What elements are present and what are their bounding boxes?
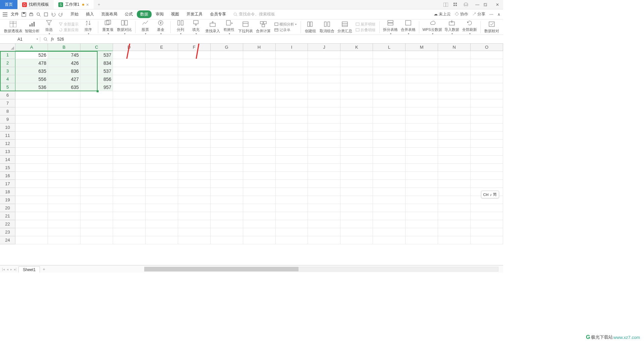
cell[interactable]: [406, 180, 438, 188]
menu-member[interactable]: 会员专享: [207, 10, 229, 18]
cell[interactable]: [308, 67, 340, 75]
cell[interactable]: [276, 220, 308, 228]
ribbon-import-data[interactable]: 导入数据: [444, 19, 460, 35]
cell[interactable]: [406, 220, 438, 228]
cell[interactable]: [146, 236, 178, 244]
cell[interactable]: [438, 75, 471, 83]
cell[interactable]: [113, 91, 146, 99]
cell[interactable]: [211, 99, 243, 107]
sheet-nav-next[interactable]: ▸: [10, 267, 12, 271]
column-header[interactable]: H: [243, 44, 276, 51]
cell[interactable]: [146, 188, 178, 196]
cell[interactable]: [113, 67, 146, 75]
cell[interactable]: [243, 156, 276, 164]
cell[interactable]: [243, 99, 276, 107]
cell[interactable]: [406, 188, 438, 196]
cell[interactable]: [48, 180, 80, 188]
cell[interactable]: [340, 188, 373, 196]
cell[interactable]: [146, 164, 178, 172]
more-menu-icon[interactable]: ⋯: [489, 12, 493, 17]
row-header[interactable]: 13: [0, 148, 15, 156]
cell[interactable]: [15, 204, 48, 212]
cell[interactable]: [243, 140, 276, 148]
cell[interactable]: [211, 83, 243, 91]
tab-home[interactable]: 首页: [0, 0, 17, 9]
row-header[interactable]: 7: [0, 99, 15, 107]
cell[interactable]: [340, 67, 373, 75]
row-header[interactable]: 19: [0, 196, 15, 204]
cell[interactable]: [113, 180, 146, 188]
cell[interactable]: [276, 228, 308, 236]
fx-icon[interactable]: fx: [51, 37, 54, 42]
cell[interactable]: [178, 115, 211, 123]
cell[interactable]: [15, 228, 48, 236]
cell[interactable]: [178, 75, 211, 83]
menu-view[interactable]: 视图: [168, 10, 182, 18]
cell[interactable]: [243, 164, 276, 172]
column-header[interactable]: F: [178, 44, 211, 51]
cell[interactable]: [48, 228, 80, 236]
cell[interactable]: [146, 180, 178, 188]
cell[interactable]: [340, 164, 373, 172]
cell[interactable]: [308, 123, 340, 132]
cell[interactable]: [211, 148, 243, 156]
sheet-nav-last[interactable]: ▸|: [14, 267, 17, 271]
hamburger-icon[interactable]: [3, 12, 8, 16]
ribbon-filter[interactable]: 筛选: [42, 19, 56, 35]
cell[interactable]: [243, 107, 276, 115]
cell[interactable]: [471, 107, 503, 115]
cell[interactable]: [48, 115, 80, 123]
cell[interactable]: [146, 67, 178, 75]
cell[interactable]: [48, 148, 80, 156]
cell[interactable]: [211, 75, 243, 83]
cell[interactable]: [80, 115, 113, 123]
menu-review[interactable]: 审阅: [152, 10, 167, 18]
cell[interactable]: [178, 156, 211, 164]
cell[interactable]: [15, 140, 48, 148]
cell[interactable]: [48, 140, 80, 148]
menu-file[interactable]: 文件: [11, 11, 19, 17]
cell[interactable]: [178, 220, 211, 228]
ribbon-data-compare[interactable]: 数据对比: [116, 19, 133, 35]
cell[interactable]: [438, 67, 471, 75]
sheet-add[interactable]: ＋: [42, 266, 46, 272]
cell[interactable]: [211, 123, 243, 132]
cell[interactable]: [276, 132, 308, 140]
cell[interactable]: [80, 148, 113, 156]
maximize-icon[interactable]: [484, 3, 491, 6]
cell[interactable]: [308, 212, 340, 220]
cell[interactable]: [146, 196, 178, 204]
cell[interactable]: [15, 196, 48, 204]
tab-add[interactable]: ＋: [94, 0, 104, 9]
cell[interactable]: [178, 99, 211, 107]
cell[interactable]: [243, 75, 276, 83]
cell[interactable]: [15, 180, 48, 188]
cell[interactable]: [48, 220, 80, 228]
cell[interactable]: [211, 188, 243, 196]
cell[interactable]: [308, 188, 340, 196]
cell[interactable]: [48, 212, 80, 220]
share-button[interactable]: ↗ 分享: [472, 11, 485, 17]
cell[interactable]: [308, 180, 340, 188]
cell[interactable]: [438, 132, 471, 140]
cell[interactable]: [48, 164, 80, 172]
row-header[interactable]: 16: [0, 172, 15, 180]
cell[interactable]: [178, 164, 211, 172]
cell[interactable]: [113, 132, 146, 140]
cell[interactable]: [471, 228, 503, 236]
cell[interactable]: [308, 196, 340, 204]
ribbon-stock[interactable]: 股票: [138, 19, 152, 35]
cell[interactable]: [373, 75, 406, 83]
cell[interactable]: 478: [15, 59, 48, 67]
cell[interactable]: [438, 164, 471, 172]
cell[interactable]: [340, 204, 373, 212]
cell[interactable]: [113, 172, 146, 180]
column-header[interactable]: J: [308, 44, 340, 51]
cooperate-button[interactable]: ◇ 协作: [455, 11, 468, 17]
ribbon-split-column[interactable]: 分列: [173, 19, 187, 35]
cell[interactable]: 745: [48, 51, 80, 59]
column-header[interactable]: B: [48, 44, 80, 51]
row-header[interactable]: 4: [0, 75, 15, 83]
cell[interactable]: [146, 220, 178, 228]
cell[interactable]: [48, 172, 80, 180]
